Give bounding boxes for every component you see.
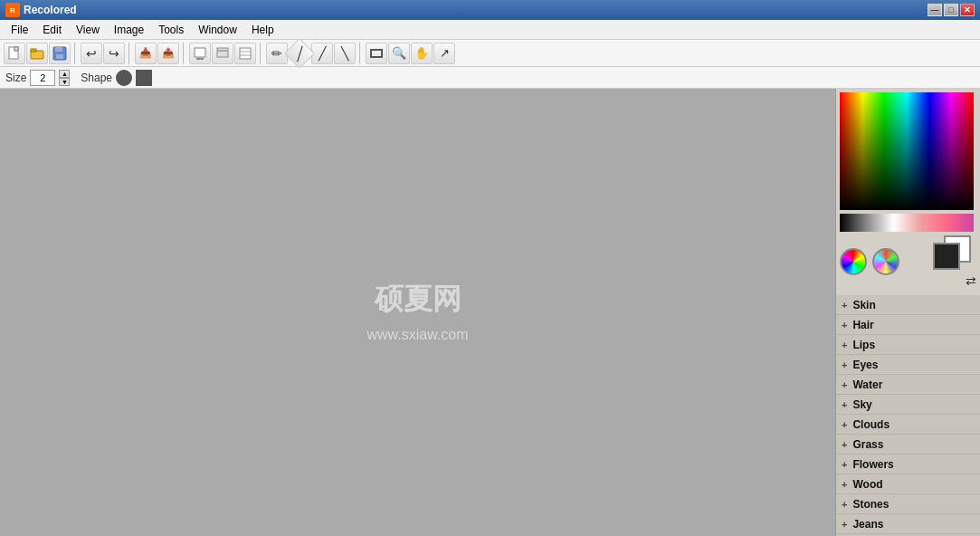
toolbar-group-io: 📥 📤 xyxy=(135,43,184,64)
app-icon: R xyxy=(5,3,20,17)
menu-item-window[interactable]: Window xyxy=(191,22,244,38)
line-tool1[interactable]: ╲ xyxy=(284,38,315,69)
expand-icon-grass: + xyxy=(842,439,847,450)
export-button[interactable]: 📤 xyxy=(157,43,179,64)
expand-icon-clouds: + xyxy=(842,419,847,430)
svg-rect-9 xyxy=(56,54,63,59)
color-list-item-eyes[interactable]: +Eyes xyxy=(836,355,980,375)
toolbar-group-history: ↩ ↪ xyxy=(81,43,129,64)
color-list-item-sky[interactable]: +Sky xyxy=(836,395,980,415)
color-list-label-grass: Grass xyxy=(852,438,883,451)
rect-tool[interactable] xyxy=(366,43,387,64)
brush-tool[interactable]: ╲ xyxy=(334,43,356,64)
color-list-label-hair: Hair xyxy=(852,319,873,331)
color-spectrum[interactable] xyxy=(840,92,974,210)
color-list: +Skin+Hair+Lips+Eyes+Water+Sky+Clouds+Gr… xyxy=(836,295,980,536)
size-down-button[interactable]: ▼ xyxy=(59,78,70,86)
new-button[interactable] xyxy=(4,43,25,64)
swap-colors-icon[interactable]: ⇄ xyxy=(966,273,976,288)
menu-item-edit[interactable]: Edit xyxy=(35,22,69,38)
toolbar: ↩ ↪ 📥 📤 ✏ ╲ ╱ ╲ 🔍 ✋ ↗ xyxy=(0,40,980,67)
svg-rect-6 xyxy=(31,49,36,52)
expand-icon-lips: + xyxy=(842,340,847,350)
color-list-item-stones[interactable]: +Stones xyxy=(836,494,980,514)
size-spinner: ▲ ▼ xyxy=(59,70,70,86)
close-button[interactable]: ✕ xyxy=(960,4,975,16)
undo-button[interactable]: ↩ xyxy=(81,43,102,64)
menu-item-tools[interactable]: Tools xyxy=(151,22,191,38)
color-list-label-flowers: Flowers xyxy=(852,458,893,471)
expand-icon-water: + xyxy=(842,379,847,390)
color-list-item-water[interactable]: +Water xyxy=(836,375,980,395)
app-title: Recolored xyxy=(24,4,77,16)
size-label: Size xyxy=(5,72,26,84)
fg-color-swatch[interactable] xyxy=(933,243,960,270)
color-list-label-clouds: Clouds xyxy=(852,418,890,431)
shape-square-button[interactable] xyxy=(136,70,152,86)
open-button[interactable] xyxy=(26,43,48,64)
watermark-line1: 硕夏网 xyxy=(366,279,468,320)
arrow-tool[interactable]: ↗ xyxy=(433,43,455,64)
color-list-item-clouds[interactable]: +Clouds xyxy=(836,415,980,435)
color-controls: ⇄ xyxy=(840,235,976,288)
color-list-label-wood: Wood xyxy=(852,478,882,491)
svg-marker-4 xyxy=(14,47,18,51)
color-list-label-water: Water xyxy=(852,378,882,391)
menu-item-view[interactable]: View xyxy=(69,22,107,38)
expand-icon-flowers: + xyxy=(842,459,847,470)
size-bar: Size ▲ ▼ Shape xyxy=(0,67,980,89)
tool-io2[interactable] xyxy=(212,43,233,64)
size-input[interactable] xyxy=(30,70,55,86)
svg-rect-10 xyxy=(195,48,205,57)
color-list-label-jeans: Jeans xyxy=(852,518,883,531)
svg-rect-13 xyxy=(217,50,228,52)
color-list-item-jeans[interactable]: +Jeans xyxy=(836,514,980,534)
color-list-item-hair[interactable]: +Hair xyxy=(836,315,980,335)
color-list-label-lips: Lips xyxy=(852,339,875,351)
expand-icon-eyes: + xyxy=(842,359,847,370)
tool-io3[interactable] xyxy=(234,43,256,64)
menu-item-image[interactable]: Image xyxy=(107,22,151,38)
toolbar-group-file xyxy=(4,43,75,64)
hand-tool[interactable]: ✋ xyxy=(411,43,433,64)
color-wheel-2[interactable] xyxy=(872,248,899,275)
svg-rect-12 xyxy=(217,48,228,57)
svg-rect-14 xyxy=(240,48,251,59)
svg-rect-17 xyxy=(371,50,382,57)
toolbar-group-tools: 🔍 ✋ ↗ xyxy=(366,43,459,64)
import-button[interactable]: 📥 xyxy=(135,43,157,64)
color-list-item-skin[interactable]: +Skin xyxy=(836,295,980,315)
save-button[interactable] xyxy=(49,43,71,64)
color-list-item-grass[interactable]: +Grass xyxy=(836,435,980,455)
maximize-button[interactable]: □ xyxy=(944,4,958,16)
color-list-item-lips[interactable]: +Lips xyxy=(836,335,980,355)
shape-label: Shape xyxy=(81,72,112,84)
minimize-button[interactable]: — xyxy=(928,4,942,16)
svg-rect-11 xyxy=(196,58,204,60)
color-list-item-flowers[interactable]: +Flowers xyxy=(836,455,980,474)
canvas-area[interactable]: 硕夏网 www.sxiaw.com xyxy=(0,89,835,536)
redo-button[interactable]: ↪ xyxy=(103,43,125,64)
color-wheel-1[interactable] xyxy=(840,248,867,275)
svg-rect-8 xyxy=(55,47,62,52)
color-list-item-wood[interactable]: +Wood xyxy=(836,474,980,494)
main-layout: 硕夏网 www.sxiaw.com ⇄ xyxy=(0,89,980,536)
shape-circle-button[interactable] xyxy=(116,70,132,86)
color-list-label-sky: Sky xyxy=(852,398,871,411)
tool-io1[interactable] xyxy=(189,43,211,64)
menu-bar: FileEditViewImageToolsWindowHelp xyxy=(0,20,980,40)
menu-item-help[interactable]: Help xyxy=(244,22,281,38)
color-swatch-area: ⇄ xyxy=(933,235,976,288)
zoom-tool[interactable]: 🔍 xyxy=(388,43,410,64)
expand-icon-wood: + xyxy=(842,479,847,490)
color-spectrum-bottom[interactable] xyxy=(840,214,974,232)
size-up-button[interactable]: ▲ xyxy=(59,70,70,78)
color-list-label-eyes: Eyes xyxy=(852,359,878,371)
color-list-label-stones: Stones xyxy=(852,498,889,511)
title-left: R Recolored xyxy=(5,3,77,17)
right-panel: ⇄ +Skin+Hair+Lips+Eyes+Water+Sky+Clouds+… xyxy=(835,89,980,536)
expand-icon-skin: + xyxy=(842,300,847,311)
toolbar-group-io2 xyxy=(189,43,261,64)
menu-item-file[interactable]: File xyxy=(4,22,35,38)
window-controls: — □ ✕ xyxy=(928,4,975,16)
